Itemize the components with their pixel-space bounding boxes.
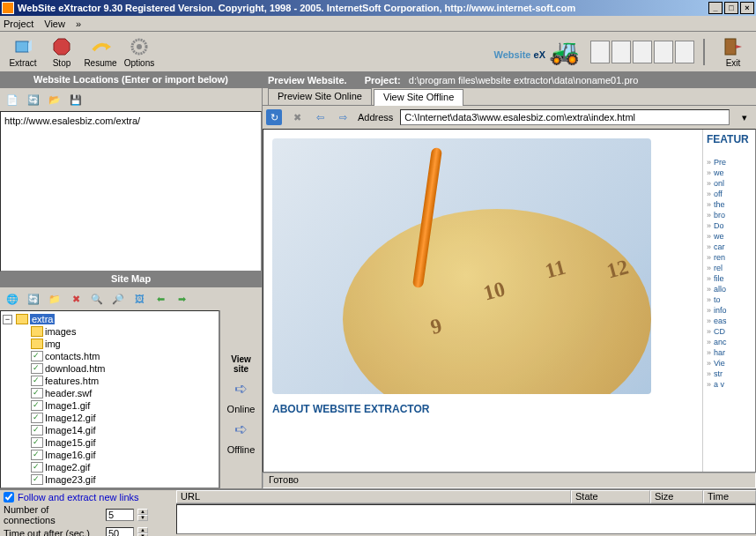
col-state[interactable]: State: [571, 490, 650, 503]
locations-toolbar: 📄 🔄 📂 💾: [0, 88, 262, 111]
exit-button[interactable]: Exit: [714, 34, 752, 70]
follow-links-checkbox[interactable]: [4, 492, 14, 502]
feature-item: onl: [707, 179, 752, 188]
tab-preview-online[interactable]: Preview Site Online: [268, 88, 372, 105]
doc-icon[interactable]: [611, 41, 631, 63]
resume-button[interactable]: Resume: [81, 34, 120, 70]
address-input[interactable]: [400, 109, 730, 125]
search-icon[interactable]: 🔍: [88, 290, 106, 308]
add-icon[interactable]: 📄: [4, 91, 21, 108]
tree-file[interactable]: header.swf: [3, 387, 217, 399]
hero-image: 9 10 11 12: [272, 138, 651, 394]
logo-text: Website eX: [494, 41, 546, 63]
doc-icon[interactable]: [590, 41, 610, 63]
preview-tabs: Preview Site Online View Site Offline: [263, 88, 756, 106]
offline-button[interactable]: Offline: [227, 444, 256, 455]
back-icon[interactable]: ⇦: [312, 109, 328, 125]
exit-icon: [723, 36, 744, 57]
refresh-icon[interactable]: 🔄: [25, 290, 42, 308]
menu-project[interactable]: Project: [4, 19, 33, 29]
refresh-icon[interactable]: 🔄: [25, 91, 42, 108]
feature-item: file: [707, 274, 752, 283]
feature-item: to: [707, 295, 752, 304]
url-list[interactable]: http://www.esalesbiz.com/extra/: [0, 111, 262, 272]
feature-item: Pre: [707, 158, 752, 167]
feature-item: off: [707, 190, 752, 198]
col-size[interactable]: Size: [650, 490, 703, 503]
menubar: Project View »: [0, 16, 756, 32]
col-url[interactable]: URL: [176, 490, 571, 503]
app-icon: [2, 2, 14, 14]
delete-icon[interactable]: ✖: [67, 290, 85, 308]
follow-links-label: Follow and extract new links: [18, 492, 139, 502]
svg-rect-0: [16, 41, 28, 52]
stop-icon[interactable]: ✖: [289, 109, 305, 125]
col-time[interactable]: Time: [703, 490, 756, 503]
menu-more[interactable]: »: [76, 19, 81, 29]
browser-view[interactable]: 9 10 11 12 ABOUT WEBSITE EXTRACTOR FEATU…: [263, 129, 756, 473]
tree-file[interactable]: Image15.gif: [3, 436, 217, 449]
forward-icon[interactable]: ➡: [173, 290, 190, 308]
tree-folder[interactable]: img: [3, 338, 217, 350]
spin-up[interactable]: ▲: [137, 509, 148, 515]
tab-view-offline[interactable]: View Site Offline: [374, 89, 463, 106]
folder-icon[interactable]: 📁: [46, 290, 63, 308]
feature-item: Do: [707, 221, 752, 230]
doc-icon[interactable]: [654, 41, 673, 63]
svg-point-4: [137, 44, 142, 49]
refresh-icon[interactable]: ↻: [266, 109, 282, 125]
main-toolbar: Extract Stop Resume Options Website eX 🚜…: [0, 32, 756, 72]
minimize-button[interactable]: _: [708, 2, 723, 14]
dropdown-icon[interactable]: ▾: [737, 109, 752, 125]
menu-view[interactable]: View: [44, 19, 65, 29]
options-icon: [129, 36, 150, 57]
zoom-icon[interactable]: 🔎: [109, 290, 127, 308]
spin-down[interactable]: ▼: [137, 515, 148, 521]
globe-icon[interactable]: 🌐: [4, 290, 21, 308]
tree-file[interactable]: Image1.gif: [3, 399, 217, 412]
maximize-button[interactable]: □: [724, 2, 738, 14]
back-icon[interactable]: ⬅: [152, 290, 169, 308]
forward-icon[interactable]: ⇨: [335, 109, 351, 125]
connections-input[interactable]: [106, 509, 134, 521]
feature-item: ren: [707, 253, 752, 262]
feature-item: Vie: [707, 359, 752, 368]
folder-icon[interactable]: 📂: [46, 91, 63, 108]
tree-file[interactable]: features.htm: [3, 375, 217, 387]
save-icon[interactable]: 💾: [67, 91, 85, 108]
spin-up[interactable]: ▲: [137, 527, 148, 533]
online-button[interactable]: Online: [227, 404, 256, 414]
tree-file[interactable]: Image23.gif: [3, 473, 217, 486]
close-button[interactable]: ×: [740, 2, 754, 14]
sitemap-tree[interactable]: −extraimagesimgcontacts.htmdownload.htmf…: [0, 310, 219, 488]
timeout-label: Time out after (sec.): [4, 528, 102, 536]
view-icon[interactable]: 🖼: [130, 290, 148, 308]
feature-item: we: [707, 168, 752, 177]
timeout-input[interactable]: [106, 527, 134, 536]
tree-file[interactable]: contacts.htm: [3, 350, 217, 362]
tree-folder[interactable]: images: [3, 325, 217, 338]
download-list[interactable]: [176, 504, 756, 534]
stop-button[interactable]: Stop: [42, 34, 81, 70]
tree-file[interactable]: download.htm: [3, 362, 217, 375]
feature-item: anc: [707, 338, 752, 346]
connections-label: Number of connections: [4, 504, 102, 525]
feature-item: info: [707, 306, 752, 315]
tree-file[interactable]: Image2.gif: [3, 461, 217, 473]
arrow-icon: ➪: [234, 379, 248, 398]
extract-button[interactable]: Extract: [4, 34, 42, 70]
feature-item: CD: [707, 327, 752, 336]
feature-item: the: [707, 200, 752, 209]
tree-file[interactable]: Image16.gif: [3, 449, 217, 461]
feature-item: str: [707, 369, 752, 378]
tree-root[interactable]: −extra: [3, 313, 217, 325]
download-list-header: URL State Size Time: [176, 490, 756, 504]
doc-icon[interactable]: [633, 41, 652, 63]
tree-file[interactable]: Image12.gif: [3, 412, 217, 424]
doc-icon[interactable]: [675, 41, 694, 63]
options-button[interactable]: Options: [120, 34, 159, 70]
feature-item: bro: [707, 211, 752, 220]
tree-file[interactable]: Image14.gif: [3, 424, 217, 436]
arrow-icon: ➪: [234, 420, 248, 439]
preview-header: Preview Website. Project: d:\program fil…: [263, 72, 756, 88]
